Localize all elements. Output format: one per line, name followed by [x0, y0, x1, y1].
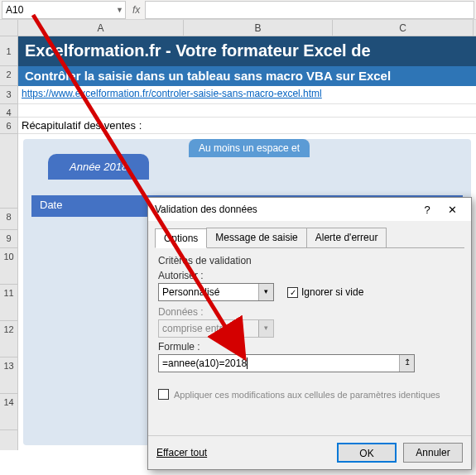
clear-all-button[interactable]: Effacer tout	[156, 447, 207, 458]
data-label: Données :	[158, 306, 461, 318]
column-header-c[interactable]: C	[333, 20, 474, 36]
row-headers: 1 2 3 4 6 8 9 10 11 12 13 14	[0, 36, 18, 450]
formula-field-value: =annee(a10)=2018	[162, 357, 247, 369]
row-header[interactable]: 1	[0, 36, 17, 66]
dialog-tabs: Options Message de saisie Alerte d'erreu…	[155, 228, 464, 248]
help-button[interactable]: ?	[415, 204, 440, 216]
column-headers: A B C	[0, 20, 476, 36]
name-box[interactable]: A10 ▼	[2, 1, 126, 19]
row-header[interactable]: 8	[0, 209, 17, 230]
select-all-corner[interactable]	[0, 20, 18, 36]
data-combo: comprise entre ▾	[158, 319, 274, 338]
formula-label: Formule :	[158, 341, 461, 353]
criteria-group-label: Critères de validation	[158, 255, 461, 266]
row-header[interactable]: 4	[0, 104, 17, 118]
checkbox-unchecked-icon	[158, 389, 169, 400]
row-header[interactable]	[0, 134, 17, 209]
dialog-titlebar[interactable]: Validation des données ? ✕	[148, 198, 471, 221]
fx-icon[interactable]: fx	[132, 4, 140, 16]
name-box-dropdown-icon[interactable]: ▼	[116, 6, 123, 14]
row-header[interactable]: 3	[0, 86, 17, 104]
row-header[interactable]: 9	[0, 230, 17, 248]
ok-button[interactable]: OK	[337, 443, 397, 463]
allow-combo[interactable]: Personnalisé ▾	[158, 283, 274, 301]
chevron-down-icon[interactable]: ▾	[258, 284, 273, 300]
allow-combo-value: Personnalisé	[162, 286, 219, 298]
tutorial-link[interactable]: https://www.excelformation.fr/controler-…	[18, 86, 476, 104]
tab-error-alert[interactable]: Alerte d'erreur	[306, 228, 387, 247]
dialog-body: Critères de validation Autoriser : Perso…	[148, 248, 471, 406]
data-combo-value: comprise entre	[162, 323, 228, 334]
text-cursor	[247, 357, 248, 369]
column-header-b[interactable]: B	[184, 20, 333, 36]
ignore-blank-checkbox[interactable]: ✓ Ignorer si vide	[287, 286, 363, 298]
formula-bar: A10 ▼ fx	[0, 0, 476, 20]
row-header[interactable]: 10	[0, 248, 17, 285]
chevron-down-icon: ▾	[258, 320, 273, 337]
checkbox-checked-icon: ✓	[287, 287, 298, 298]
row-header[interactable]: 12	[0, 321, 17, 357]
name-box-value: A10	[6, 4, 23, 16]
close-icon[interactable]: ✕	[440, 204, 464, 216]
row-header[interactable]: 14	[0, 394, 17, 430]
note-tab: Au moins un espace et	[189, 139, 310, 157]
range-select-icon[interactable]: ↥	[399, 355, 414, 372]
formula-input[interactable]	[145, 1, 474, 19]
data-validation-dialog: Validation des données ? ✕ Options Messa…	[147, 197, 472, 470]
apply-changes-checkbox[interactable]: Appliquer ces modifications aux cellules…	[158, 389, 461, 400]
ignore-blank-label: Ignorer si vide	[301, 286, 363, 298]
row-header[interactable]: 11	[0, 285, 17, 321]
subtitle-banner: Contrôler la saisie dans un tableau sans…	[18, 66, 476, 86]
column-header-a[interactable]: A	[18, 20, 184, 36]
tab-options[interactable]: Options	[155, 228, 207, 248]
allow-label: Autoriser :	[158, 270, 461, 281]
title-banner: Excelformation.fr - Votre formateur Exce…	[18, 36, 476, 66]
apply-changes-label: Appliquer ces modifications aux cellules…	[174, 390, 440, 400]
row-header[interactable]: 6	[0, 118, 17, 134]
cancel-button[interactable]: Annuler	[403, 443, 463, 463]
blank-row	[18, 104, 476, 118]
recap-label: Récapitulatif des ventes :	[18, 118, 476, 134]
row-header[interactable]: 2	[0, 66, 17, 86]
row-header[interactable]: 13	[0, 357, 17, 394]
dialog-title-text: Validation des données	[155, 204, 257, 215]
tab-input-message[interactable]: Message de saisie	[206, 228, 306, 247]
formula-field[interactable]: =annee(a10)=2018 ↥	[158, 354, 415, 372]
year-tab: Année 2018	[48, 154, 149, 180]
dialog-footer: Effacer tout OK Annuler	[148, 435, 471, 469]
